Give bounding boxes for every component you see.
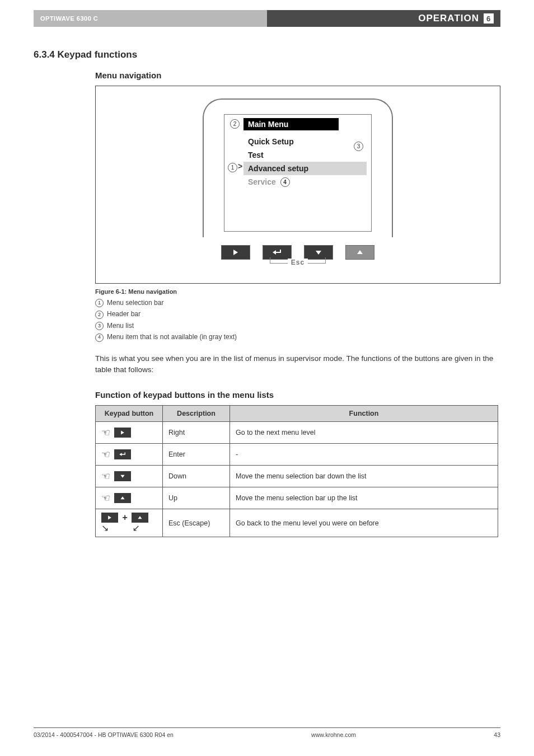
callout-2: 2 [230,119,240,129]
figure-title: Menu navigation [95,71,500,80]
cell-desc: Down [163,466,230,487]
table-row: ☞ Enter - [96,444,498,466]
plus-icon: + [122,513,127,523]
table-row: ☞ Down Move the menu selection bar down … [96,466,498,487]
hand-icon: ☞ [101,492,110,504]
selector-prefix: > [238,162,242,171]
tap-icon: ↘ [133,523,140,533]
cell-desc: Enter [163,444,230,466]
cell-desc: Esc (Escape) [163,509,230,537]
esc-label: Esc [288,259,308,266]
cell-key: ☞ [96,444,163,466]
col-desc: Description [163,406,230,422]
device-bezel: 2 Main Menu 3 1 > Quick Setup Test Advan… [203,98,393,237]
table-row: + ↘ ↘ Esc (Escape) Go back to the menu l… [96,509,498,537]
up-key-icon [132,513,148,523]
hand-icon: ☞ [101,426,110,439]
right-key-icon [101,513,118,523]
cell-desc: Up [163,487,230,509]
down-key-icon [114,471,131,481]
legend-item: 4Menu item that is not available (in gra… [95,331,500,342]
cell-key: ☞ [96,466,163,487]
svg-marker-0 [233,250,238,255]
cell-key: ☞ [96,422,163,444]
page-header: OPTIWAVE 6300 C OPERATION 6 [34,10,500,27]
legend-item: 2Header bar [95,308,500,320]
page-footer: 03/2014 - 4000547004 - HB OPTIWAVE 6300 … [34,727,500,738]
callout-3: 3 [354,142,363,151]
table-row: ☞ Up Move the menu selection bar up the … [96,487,498,509]
figure: 2 Main Menu 3 1 > Quick Setup Test Advan… [95,86,500,284]
menu-item-disabled: Service 4 [243,175,367,189]
cell-func: Go back to the menu level you were on be… [230,509,498,537]
footer-left: 03/2014 - 4000547004 - HB OPTIWAVE 6300 … [34,731,174,738]
footer-center: www.krohne.com [311,731,356,738]
section-title: 6.3.4 Keypad functions [34,49,500,60]
svg-marker-8 [108,515,111,519]
section-banner: OPERATION 6 [267,10,500,27]
legend-item: 3Menu list [95,320,500,331]
menu-item: Test [243,148,367,162]
enter-key-icon [114,449,131,459]
figure-legend: 1Menu selection bar 2Header bar 3Menu li… [95,297,500,343]
menu-header: Main Menu [243,118,339,130]
callout-4: 4 [280,177,290,187]
svg-marker-2 [316,251,321,255]
cell-func: Go to the next menu level [230,422,498,444]
cell-key: + ↘ ↘ [96,509,163,537]
esc-bracket: Esc [203,257,393,273]
cell-desc: Right [163,422,230,444]
svg-marker-1 [273,250,276,255]
device-screen: 2 Main Menu 3 1 > Quick Setup Test Advan… [224,114,372,232]
hand-icon: ☞ [101,470,110,482]
menu-item: Quick Setup [243,135,367,148]
col-keypad: Keypad button [96,406,163,422]
tap-icon: ↘ [101,523,109,533]
cell-key: ☞ [96,487,163,509]
section-label: OPERATION [418,13,479,24]
right-key-icon [114,428,131,438]
product-name: OPTIWAVE 6300 C [34,10,267,27]
menu-list: Quick Setup Test Advanced setup Service … [243,135,367,189]
svg-marker-6 [121,475,125,478]
svg-marker-7 [121,496,125,499]
table-row: ☞ Right Go to the next menu level [96,422,498,444]
cell-func: - [230,444,498,466]
legend-item: 1Menu selection bar [95,297,500,308]
body-paragraph: This is what you see when you are in the… [95,353,500,376]
col-func: Function [230,406,498,422]
svg-marker-5 [120,453,122,456]
footer-right: 43 [494,731,500,738]
svg-marker-9 [138,516,142,519]
up-key-icon [114,493,131,503]
table-title: Function of keypad buttons in the menu l… [95,390,500,400]
svg-marker-3 [357,250,363,254]
menu-item-label: Service [248,177,276,186]
callout-1: 1 [228,163,237,172]
cell-func: Move the menu selection bar down the lis… [230,466,498,487]
figure-caption: Figure 6-1: Menu navigation [95,288,500,295]
cell-func: Move the menu selection bar up the list [230,487,498,509]
menu-item-selected: Advanced setup [243,162,367,175]
section-number-chip: 6 [484,13,494,24]
keypad-function-table: Keypad button Description Function ☞ Rig… [95,405,498,537]
hand-icon: ☞ [101,448,110,461]
table-header-row: Keypad button Description Function [96,406,498,422]
svg-marker-4 [121,430,125,434]
